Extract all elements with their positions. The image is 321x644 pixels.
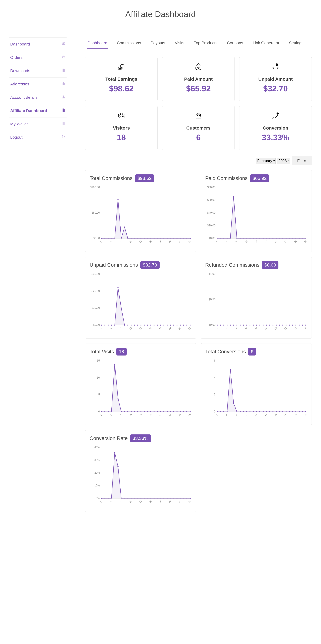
svg-text:7: 7 <box>120 327 122 330</box>
card-visitors: Visitors18 <box>85 106 158 150</box>
chart-total_comm: $0.00$50.00$100.0014710131619222528 <box>90 185 192 247</box>
svg-point-232 <box>233 403 234 404</box>
month-select[interactable]: February <box>256 158 276 164</box>
svg-text:13: 13 <box>139 413 142 417</box>
svg-text:$0.50: $0.50 <box>209 298 216 301</box>
svg-point-188 <box>114 364 115 365</box>
users-icon <box>88 112 154 122</box>
card-value: $65.92 <box>166 84 232 93</box>
svg-text:$30.00: $30.00 <box>92 272 100 276</box>
chart-title: Unpaid Commissions <box>90 262 138 268</box>
chart-conv_rate: 0%10%20%30%40%14710131619222528 <box>90 445 192 507</box>
sidebar-item-my-wallet[interactable]: My Wallet <box>9 117 66 131</box>
sidebar-item-dashboard[interactable]: Dashboard <box>9 38 66 51</box>
svg-text:25: 25 <box>178 326 182 330</box>
svg-text:22: 22 <box>168 326 172 330</box>
user-icon <box>62 95 66 100</box>
sidebar-item-addresses[interactable]: Addresses <box>9 78 66 91</box>
svg-text:7: 7 <box>120 240 122 243</box>
tab-settings[interactable]: Settings <box>288 38 304 49</box>
svg-text:$0.00: $0.00 <box>209 237 216 240</box>
sidebar-item-label: Affiliate Dashboard <box>10 108 47 113</box>
svg-text:28: 28 <box>304 326 307 330</box>
basket-icon <box>62 55 66 60</box>
sidebar-item-account-details[interactable]: Account details <box>9 91 66 104</box>
chart-badge: 6 <box>248 348 256 356</box>
chart-paid_comm: $0.00$20.00$40.00$60.00$80.0014710131619… <box>205 185 307 247</box>
svg-text:28: 28 <box>188 500 192 504</box>
card-label: Customers <box>166 125 232 131</box>
svg-point-20 <box>124 226 125 228</box>
svg-text:7: 7 <box>120 500 122 503</box>
card-value: 33.33% <box>242 133 308 142</box>
filter-button[interactable]: Filter <box>292 156 312 165</box>
svg-text:1: 1 <box>100 500 102 503</box>
svg-text:$60.00: $60.00 <box>207 198 216 202</box>
card-conversion: Conversion33.33% <box>239 106 312 150</box>
svg-text:10: 10 <box>129 413 132 417</box>
svg-point-105 <box>121 308 122 308</box>
svg-text:4: 4 <box>110 500 112 503</box>
card-value: $32.70 <box>242 84 308 93</box>
svg-text:19: 19 <box>158 326 162 330</box>
svg-text:$80.00: $80.00 <box>207 186 216 189</box>
chart-title: Total Conversions <box>205 349 246 354</box>
tab-visits[interactable]: Visits <box>174 38 185 49</box>
svg-text:$10.00: $10.00 <box>92 306 100 310</box>
gauge-icon <box>62 42 66 47</box>
svg-text:19: 19 <box>158 500 162 504</box>
svg-text:25: 25 <box>178 240 182 244</box>
svg-text:22: 22 <box>284 326 288 330</box>
svg-point-8 <box>118 114 120 116</box>
svg-text:13: 13 <box>254 240 258 244</box>
chart-badge: $65.92 <box>250 174 269 182</box>
svg-text:25: 25 <box>178 413 182 417</box>
filter-bar: February 2023 Filter <box>85 156 312 165</box>
svg-text:4: 4 <box>214 376 216 379</box>
tab-dashboard[interactable]: Dashboard <box>87 38 108 49</box>
svg-text:13: 13 <box>139 500 142 504</box>
svg-text:16: 16 <box>148 326 152 330</box>
svg-text:$40.00: $40.00 <box>207 211 216 214</box>
svg-point-18 <box>118 199 118 200</box>
svg-point-0 <box>63 96 64 97</box>
svg-text:25: 25 <box>294 413 297 417</box>
svg-text:10: 10 <box>244 240 248 244</box>
svg-text:10: 10 <box>244 326 248 330</box>
svg-text:13: 13 <box>254 413 258 417</box>
sidebar-item-downloads[interactable]: Downloads <box>9 64 66 78</box>
sidebar-item-label: Logout <box>10 135 22 140</box>
sidebar-item-logout[interactable]: Logout <box>9 131 66 144</box>
chartbox-conversions: Total Conversions6024614710131619222528 <box>201 343 312 425</box>
file2-icon <box>62 122 66 126</box>
chart-refund_comm: $0.00$0.50$1.0014710131619222528 <box>205 272 307 334</box>
svg-point-9 <box>122 114 124 116</box>
svg-text:6: 6 <box>214 359 216 362</box>
tab-link-generator[interactable]: Link Generator <box>252 38 280 49</box>
svg-text:$0.00: $0.00 <box>209 323 216 326</box>
tab-payouts[interactable]: Payouts <box>150 38 166 49</box>
chart-title: Total Visits <box>90 349 114 354</box>
tab-coupons[interactable]: Coupons <box>226 38 244 49</box>
card-paid-amount: $Paid Amount$65.92 <box>162 57 235 101</box>
sidebar-item-affiliate-dashboard[interactable]: Affiliate Dashboard <box>9 104 66 117</box>
svg-text:4: 4 <box>110 414 112 416</box>
sidebar-item-orders[interactable]: Orders <box>9 51 66 64</box>
year-select[interactable]: 2023 <box>277 158 290 164</box>
card-total-earnings: Total Earnings$98.62 <box>85 57 158 101</box>
chartbox-visits: Total Visits1805101514710131619222528 <box>85 343 196 425</box>
chart-title: Paid Commissions <box>205 175 248 181</box>
svg-text:25: 25 <box>178 500 182 504</box>
svg-text:5: 5 <box>98 393 100 396</box>
chart-conversions: 024614710131619222528 <box>205 358 307 420</box>
svg-text:7: 7 <box>235 414 238 416</box>
tab-commissions[interactable]: Commissions <box>116 38 142 49</box>
svg-text:7: 7 <box>120 414 122 416</box>
svg-text:19: 19 <box>158 240 162 244</box>
svg-text:10: 10 <box>129 240 132 244</box>
chartbox-refund_comm: Refunded Commissions$0.00$0.00$0.50$1.00… <box>201 256 312 339</box>
svg-text:1: 1 <box>100 240 102 243</box>
chart-badge: 33.33% <box>130 434 151 442</box>
tab-top-products[interactable]: Top Products <box>193 38 218 49</box>
card-value: $98.62 <box>88 84 154 93</box>
